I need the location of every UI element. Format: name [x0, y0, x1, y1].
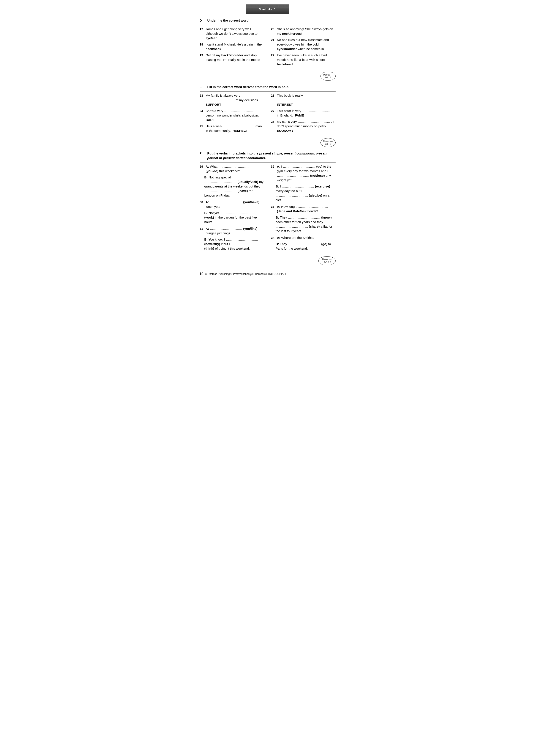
item-28-keyword: ECONOMY	[277, 129, 294, 132]
section-e: E Fill in the correct word derived from …	[200, 85, 336, 147]
item-31-b-verb1: (never/try)	[204, 242, 220, 246]
section-f-instruction-end: .	[265, 156, 266, 160]
section-f-instruction-italic2: present perfect continuous	[223, 156, 265, 160]
item-28-text: My car is very ………………………… . I don't spen…	[277, 119, 336, 133]
item-18-text: I can't stand Michael. He's a pain in th…	[206, 42, 265, 51]
item-18-num: 18	[200, 42, 204, 51]
item-31: 31 A: ………………………… (you/like) bungee jumpi…	[200, 226, 265, 251]
item-25-text: He's a well-………………………… man in the commun…	[206, 124, 265, 133]
section-f-instruction-or: or	[218, 156, 223, 160]
section-e-marks-denom: 6x1 6	[324, 143, 331, 146]
item-21-text: No one likes our new classmate and every…	[277, 38, 336, 51]
item-34-a-label: A:	[277, 236, 280, 239]
item-23-text: My family is always very ……………………… of my…	[206, 93, 265, 107]
item-30-num: 30	[200, 200, 204, 209]
section-f-instruction-bold: Put the verbs in brackets into the	[208, 151, 259, 155]
section-e-content: 23 My family is always very ……………………… of…	[200, 91, 336, 136]
item-28: 28 My car is very ………………………… . I don't s…	[271, 119, 336, 133]
item-18-bold: back/neck	[206, 47, 221, 51]
item-27-keyword: FAME	[295, 114, 304, 117]
section-d-right: 20 She's so annoying! She always gets on…	[267, 25, 336, 70]
item-34: 34 A: Where are the Smiths? B: They ……………	[271, 235, 336, 251]
item-29-num: 29	[200, 164, 204, 173]
item-29-b-verb1: (usually/visit)	[238, 180, 258, 184]
item-30: 30 A: ………………………… (you/have) lunch yet? B…	[200, 200, 265, 224]
item-23-num: 23	[200, 93, 204, 107]
item-30-b-verb: (work)	[204, 216, 214, 219]
section-d-letter: D	[200, 18, 204, 23]
item-34-a: 34 A: Where are the Smiths?	[271, 235, 336, 240]
item-22-text: I've never seen Luke in such a bad mood;…	[277, 53, 336, 67]
item-24-text: She's a very ………………………… person; no wonde…	[206, 109, 265, 122]
section-f-marks: Marks: — 16x0.5 8	[200, 256, 336, 265]
item-31-b-verb2: (think)	[204, 247, 214, 250]
item-34-num: 34	[271, 235, 276, 240]
item-32-b-verb1: (exercise)	[315, 184, 330, 188]
page: Module 1 D Underline the correct word. 1…	[191, 0, 344, 285]
item-25: 25 He's a well-………………………… man in the com…	[200, 124, 265, 133]
section-f-marks-label: Marks: —	[322, 258, 331, 261]
item-32-b-verb2: (also/be)	[309, 194, 322, 197]
module-header: Module 1	[200, 4, 336, 14]
item-34-a-text: A: Where are the Smiths?	[277, 235, 314, 240]
section-d-marks: Marks: — 6x1 6	[200, 72, 336, 81]
item-27-num: 27	[271, 109, 276, 118]
item-31-a-label: A:	[206, 227, 209, 230]
item-33-b-label: B:	[276, 216, 279, 219]
footer-copyright: © Express Publishing © Prosveshcheniye P…	[205, 272, 288, 276]
item-25-keyword: RESPECT	[233, 129, 248, 132]
item-32-a: 32 A: I ………………………… (go) to the gym every…	[271, 164, 336, 182]
item-33: 33 A: How long ………………………… (Jane and Kate…	[271, 204, 336, 233]
item-31-num: 31	[200, 226, 204, 235]
item-23: 23 My family is always very ……………………… of…	[200, 93, 265, 107]
item-27-text: This actor is very ………………………… in England…	[277, 109, 336, 118]
item-21-bold: eye/shoulder	[277, 47, 297, 51]
item-30-b-label: B:	[204, 211, 208, 215]
page-number: 10	[200, 272, 204, 276]
item-18: 18 I can't stand Michael. He's a pain in…	[200, 42, 265, 51]
item-20: 20 She's so annoying! She always gets on…	[271, 27, 336, 36]
item-33-b-verb1: (know)	[321, 216, 331, 219]
item-31-a-text: A: ………………………… (you/like) bungee jumping?	[206, 226, 265, 235]
item-20-bold: neck/nerves	[282, 32, 301, 35]
section-e-instruction: Fill in the correct word derived from th…	[208, 85, 289, 89]
item-29-a-verb: (you/do)	[206, 169, 218, 173]
item-17: 17 James and I get along very well altho…	[200, 27, 265, 40]
section-d-left: 17 James and I get along very well altho…	[200, 25, 267, 70]
item-34-b: B: They ………………………… (go) to Paris for the…	[276, 242, 336, 251]
item-26-keyword: INTEREST	[277, 103, 293, 106]
section-e-header: E Fill in the correct word derived from …	[200, 85, 336, 89]
item-32-a-verb: (go)	[316, 165, 323, 168]
item-34-b-verb: (go)	[321, 242, 327, 246]
item-34-b-label: B:	[276, 242, 279, 246]
item-33-a-verb: (Jane and Kate/be)	[277, 209, 306, 213]
item-26-num: 26	[271, 93, 276, 107]
section-f-right: 32 A: I ………………………… (go) to the gym every…	[267, 162, 336, 255]
item-26: 26 This book is really ………………………… .INTER…	[271, 93, 336, 107]
section-d-header: D Underline the correct word.	[200, 18, 336, 23]
section-e-right: 26 This book is really ………………………… .INTER…	[267, 92, 336, 136]
item-30-a-label: A:	[206, 200, 209, 204]
item-33-b-verb2: (share)	[309, 225, 320, 228]
section-e-marks-box: Marks: — 6x1 6	[321, 138, 336, 147]
item-17-num: 17	[200, 27, 204, 40]
section-f-letter: F	[200, 151, 204, 160]
section-f-marks-denom: 16x0.5 8	[323, 261, 331, 264]
item-33-b: B: They ………………………… (know) each other for…	[276, 215, 336, 233]
item-30-a: 30 A: ………………………… (you/have) lunch yet?	[200, 200, 265, 209]
item-26-text: This book is really ………………………… .INTEREST	[277, 93, 336, 107]
section-f-header: F Put the verbs in brackets into the pre…	[200, 151, 336, 160]
item-32-a-text: A: I ………………………… (go) to the gym every da…	[277, 164, 336, 182]
item-32: 32 A: I ………………………… (go) to the gym every…	[271, 164, 336, 202]
item-29-a-text: A: What ………………………… (you/do) this weekend…	[206, 164, 265, 173]
item-30-a-text: A: ………………………… (you/have) lunch yet?	[206, 200, 265, 209]
item-33-a: 33 A: How long ………………………… (Jane and Kate…	[271, 204, 336, 213]
item-29-b-label: B:	[204, 176, 208, 179]
section-f-content: 29 A: What ………………………… (you/do) this week…	[200, 162, 336, 255]
item-21: 21 No one likes our new classmate and ev…	[271, 38, 336, 51]
item-17-bold: eye/ear	[206, 36, 217, 40]
item-27: 27 This actor is very ………………………… in Engl…	[271, 109, 336, 118]
item-32-b-label: B:	[276, 184, 279, 188]
section-d-marks-label: Marks: —	[323, 73, 333, 76]
module-title: Module 1	[259, 7, 276, 12]
